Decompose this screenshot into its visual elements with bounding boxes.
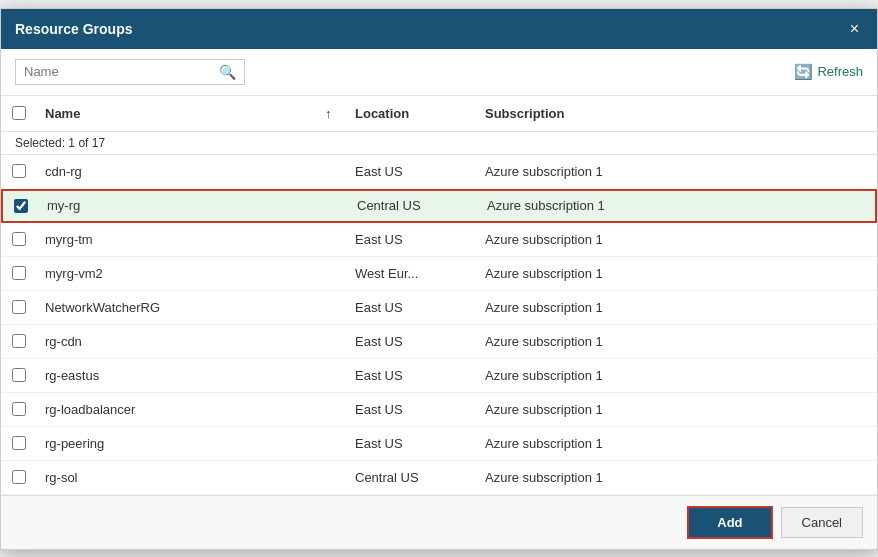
row-location: East US (347, 294, 477, 321)
row-location: East US (347, 396, 477, 423)
row-name: cdn-rg (37, 158, 317, 185)
header-checkbox-cell[interactable] (1, 102, 37, 125)
header-sort[interactable]: ↑ (317, 102, 347, 125)
table-body: cdn-rg East US Azure subscription 1 my-r… (1, 155, 877, 495)
row-checkbox-cell[interactable] (1, 362, 37, 388)
row-checkbox-cell[interactable] (1, 158, 37, 184)
row-name: rg-peering (37, 430, 317, 457)
row-subscription: Azure subscription 1 (477, 260, 877, 287)
row-location: East US (347, 362, 477, 389)
table-row[interactable]: NetworkWatcherRG East US Azure subscript… (1, 291, 877, 325)
row-location: East US (347, 430, 477, 457)
header-subscription: Subscription (477, 102, 877, 125)
row-checkbox[interactable] (12, 266, 26, 280)
add-button[interactable]: Add (687, 506, 772, 539)
row-name: rg-loadbalancer (37, 396, 317, 423)
row-checkbox[interactable] (12, 402, 26, 416)
refresh-icon: 🔄 (794, 63, 813, 81)
search-container: 🔍 (15, 59, 245, 85)
row-location: Central US (347, 464, 477, 491)
row-checkbox-cell[interactable] (1, 430, 37, 456)
row-checkbox[interactable] (12, 436, 26, 450)
row-checkbox[interactable] (12, 368, 26, 382)
row-checkbox-cell[interactable] (1, 396, 37, 422)
row-checkbox[interactable] (12, 300, 26, 314)
row-name: rg-sol (37, 464, 317, 491)
row-location: East US (347, 328, 477, 355)
refresh-button[interactable]: 🔄 Refresh (794, 63, 863, 81)
table-row[interactable]: myrg-tm East US Azure subscription 1 (1, 223, 877, 257)
row-checkbox[interactable] (12, 164, 26, 178)
row-location: Central US (349, 192, 479, 219)
header-name: Name (37, 102, 317, 125)
row-checkbox-cell[interactable] (1, 294, 37, 320)
row-checkbox-cell[interactable] (1, 260, 37, 286)
table-row[interactable]: cdn-rg East US Azure subscription 1 (1, 155, 877, 189)
search-icon[interactable]: 🔍 (219, 64, 236, 80)
row-subscription: Azure subscription 1 (479, 192, 875, 219)
row-name: rg-cdn (37, 328, 317, 355)
row-name: myrg-tm (37, 226, 317, 253)
close-button[interactable]: × (846, 19, 863, 39)
row-sort-spacer (317, 301, 347, 313)
row-subscription: Azure subscription 1 (477, 464, 877, 491)
row-checkbox-cell[interactable] (1, 226, 37, 252)
row-checkbox[interactable] (12, 232, 26, 246)
row-sort-spacer (317, 165, 347, 177)
row-subscription: Azure subscription 1 (477, 362, 877, 389)
row-sort-spacer (317, 267, 347, 279)
search-input[interactable] (24, 64, 219, 79)
row-checkbox[interactable] (12, 334, 26, 348)
row-sort-spacer (317, 403, 347, 415)
row-sort-spacer (317, 437, 347, 449)
row-subscription: Azure subscription 1 (477, 226, 877, 253)
row-name: myrg-vm2 (37, 260, 317, 287)
row-sort-spacer (319, 200, 349, 212)
cancel-button[interactable]: Cancel (781, 507, 863, 538)
table-row[interactable]: rg-sol Central US Azure subscription 1 (1, 461, 877, 495)
toolbar: 🔍 🔄 Refresh (1, 49, 877, 96)
row-checkbox-cell[interactable] (3, 193, 39, 219)
table-header: Name ↑ Location Subscription (1, 96, 877, 132)
dialog-footer: Add Cancel (1, 495, 877, 549)
table-row[interactable]: myrg-vm2 West Eur... Azure subscription … (1, 257, 877, 291)
dialog-title: Resource Groups (15, 21, 132, 37)
table-row[interactable]: my-rg Central US Azure subscription 1 (1, 189, 877, 223)
row-checkbox[interactable] (12, 470, 26, 484)
row-checkbox-cell[interactable] (1, 464, 37, 490)
refresh-label: Refresh (817, 64, 863, 79)
row-checkbox-cell[interactable] (1, 328, 37, 354)
resource-groups-dialog: Resource Groups × 🔍 🔄 Refresh Name ↑ Loc… (0, 8, 878, 550)
row-subscription: Azure subscription 1 (477, 158, 877, 185)
row-name: NetworkWatcherRG (37, 294, 317, 321)
row-subscription: Azure subscription 1 (477, 396, 877, 423)
row-sort-spacer (317, 335, 347, 347)
row-location: East US (347, 226, 477, 253)
dialog-header: Resource Groups × (1, 9, 877, 49)
select-all-checkbox[interactable] (12, 106, 26, 120)
row-location: East US (347, 158, 477, 185)
table-row[interactable]: rg-loadbalancer East US Azure subscripti… (1, 393, 877, 427)
row-location: West Eur... (347, 260, 477, 287)
row-subscription: Azure subscription 1 (477, 430, 877, 457)
row-sort-spacer (317, 369, 347, 381)
row-checkbox[interactable] (14, 199, 28, 213)
row-name: my-rg (39, 192, 319, 219)
table-row[interactable]: rg-eastus East US Azure subscription 1 (1, 359, 877, 393)
header-location: Location (347, 102, 477, 125)
row-name: rg-eastus (37, 362, 317, 389)
row-sort-spacer (317, 471, 347, 483)
row-subscription: Azure subscription 1 (477, 294, 877, 321)
selection-info: Selected: 1 of 17 (1, 132, 877, 155)
row-subscription: Azure subscription 1 (477, 328, 877, 355)
row-sort-spacer (317, 233, 347, 245)
table-row[interactable]: rg-peering East US Azure subscription 1 (1, 427, 877, 461)
table-row[interactable]: rg-cdn East US Azure subscription 1 (1, 325, 877, 359)
